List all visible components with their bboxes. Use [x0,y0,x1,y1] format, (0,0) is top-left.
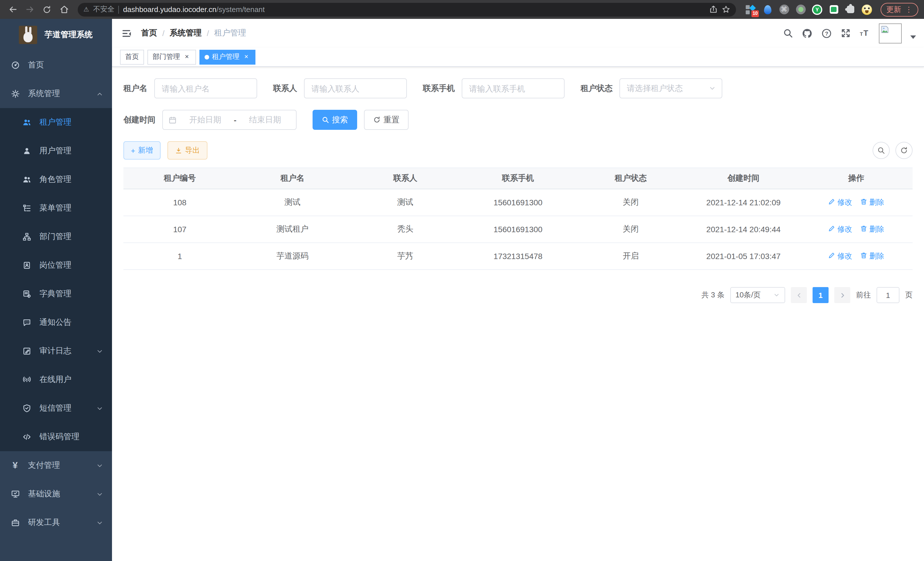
sidebar-item-dict-management[interactable]: 字典管理 [0,280,112,308]
tab-dept-management[interactable]: 部门管理× [147,50,196,64]
avatar-dropdown-caret-icon[interactable] [910,35,916,39]
fullscreen-icon[interactable] [841,28,851,38]
sidebar-menu: 首页系统管理租户管理用户管理角色管理菜单管理部门管理岗位管理字典管理通知公告审计… [0,51,112,537]
goto-page-input[interactable] [877,287,899,303]
navbar-actions: ? TT [783,23,916,43]
table-row: 1芋道源码芋艿17321315478开启2021-01-05 17:03:47修… [123,243,913,270]
sidebar: 芋道管理系统 首页系统管理租户管理用户管理角色管理菜单管理部门管理岗位管理字典管… [0,19,112,561]
notice-icon [22,318,32,327]
chevron-down-icon [96,347,104,355]
hamburger-icon[interactable] [121,28,132,39]
kebab-menu-icon[interactable]: ⋮ [905,5,913,14]
reset-button[interactable]: 重置 [364,110,409,130]
navbar: 首页 / 系统管理 / 租户管理 ? TT [112,19,924,47]
yen-icon: ¥ [10,461,20,470]
warning-icon: ⚠ [83,6,89,13]
tenant-name-input[interactable] [154,78,257,98]
avatar[interactable] [879,23,902,43]
trash-icon [860,198,868,207]
sidebar-item-audit-log[interactable]: 审计日志 [0,337,112,365]
update-button[interactable]: 更新 ⋮ [880,3,918,16]
sidebar-item-label: 研发工具 [28,517,60,528]
show-search-toggle-button[interactable] [873,142,890,159]
sidebar-item-error-code-management[interactable]: 错误码管理 [0,423,112,451]
tab-tenant-management[interactable]: 租户管理× [200,50,255,64]
bookmark-star-icon[interactable] [722,5,730,14]
cell-actions: 修改删除 [800,189,913,216]
sidebar-item-label: 支付管理 [28,460,60,471]
breadcrumb-home[interactable]: 首页 [141,28,157,38]
tab-label: 租户管理 [212,52,239,62]
search-button[interactable]: 搜索 [313,110,357,130]
create-time-range-picker[interactable]: 开始日期 - 结束日期 [162,110,297,130]
export-button[interactable]: 导出 [167,141,207,159]
sidebar-item-system-management[interactable]: 系统管理 [0,80,112,108]
font-size-icon[interactable]: TT [860,28,870,39]
delete-link[interactable]: 删除 [860,251,884,261]
sidebar-item-payment-management[interactable]: ¥支付管理 [0,451,112,480]
github-icon[interactable] [802,28,813,39]
extension-command-icon[interactable]: ⌘ [778,4,790,15]
extension-chat-icon[interactable] [828,4,839,15]
extension-balloon-icon[interactable] [762,4,773,15]
sidebar-item-menu-management[interactable]: 菜单管理 [0,194,112,223]
next-page-button[interactable] [834,287,850,303]
breadcrumb-system[interactable]: 系统管理 [170,28,202,38]
search-icon[interactable] [783,28,793,38]
sidebar-item-label: 错误码管理 [39,432,80,442]
logo-rabbit-image [19,26,37,44]
profile-emoji-icon[interactable] [861,4,873,15]
help-icon[interactable]: ? [821,28,832,39]
monitor-icon [10,489,20,499]
address-bar[interactable]: ⚠ 不安全 dashboard.yudao.iocoder.cn/system/… [78,3,736,16]
refresh-table-button[interactable] [896,142,913,159]
dashboard-icon [10,60,20,70]
sidebar-item-dept-management[interactable]: 部门管理 [0,223,112,251]
sidebar-item-online-users[interactable]: 在线用户 [0,365,112,394]
sidebar-item-home[interactable]: 首页 [0,51,112,80]
sidebar-item-label: 在线用户 [39,375,71,385]
sidebar-item-dev-tools[interactable]: 研发工具 [0,508,112,537]
mobile-input[interactable] [462,78,565,98]
sidebar-item-label: 用户管理 [39,146,71,156]
browser-reload-icon[interactable] [40,3,54,16]
add-button[interactable]: + 新增 [123,141,160,159]
chevron-down-icon [96,490,104,498]
prev-page-button[interactable] [791,287,807,303]
log-icon [22,346,32,356]
sidebar-item-post-management[interactable]: 岗位管理 [0,251,112,280]
share-icon[interactable] [709,5,718,14]
status-select[interactable]: 请选择租户状态 [620,78,722,98]
close-icon[interactable]: × [183,53,191,61]
sidebar-item-role-management[interactable]: 角色管理 [0,165,112,194]
breadcrumb-current: 租户管理 [214,28,246,38]
close-icon[interactable]: × [242,53,250,61]
extension-record-icon[interactable] [795,4,806,15]
browser-back-icon[interactable] [6,3,20,16]
sidebar-item-user-management[interactable]: 用户管理 [0,137,112,165]
column-header: 租户名 [236,168,349,189]
edit-link[interactable]: 修改 [828,224,852,235]
delete-link[interactable]: 删除 [860,197,884,208]
extensions-puzzle-icon[interactable] [844,4,856,15]
browser-forward-icon[interactable] [23,3,37,16]
edit-link[interactable]: 修改 [828,197,852,208]
cell-mobile: 15601691300 [462,216,574,243]
sidebar-item-tenant-management[interactable]: 租户管理 [0,108,112,137]
delete-link[interactable]: 删除 [860,224,884,235]
chevron-down-icon [96,462,104,469]
tab-home[interactable]: 首页 [120,50,144,64]
tenant-icon [22,117,32,127]
sidebar-item-notice[interactable]: 通知公告 [0,308,112,337]
column-header: 创建时间 [687,168,800,189]
contact-input[interactable] [304,78,407,98]
page-1-button[interactable]: 1 [813,287,829,303]
browser-home-icon[interactable] [57,3,71,16]
sidebar-item-sms-management[interactable]: 短信管理 [0,394,112,423]
extension-grid-icon[interactable]: 10 [745,4,757,15]
edit-link[interactable]: 修改 [828,251,852,261]
page-size-select[interactable]: 10条/页 [730,287,785,303]
app-title: 芋道管理系统 [45,30,93,40]
extension-y-icon[interactable]: Y [812,4,823,15]
sidebar-item-infrastructure[interactable]: 基础设施 [0,480,112,508]
